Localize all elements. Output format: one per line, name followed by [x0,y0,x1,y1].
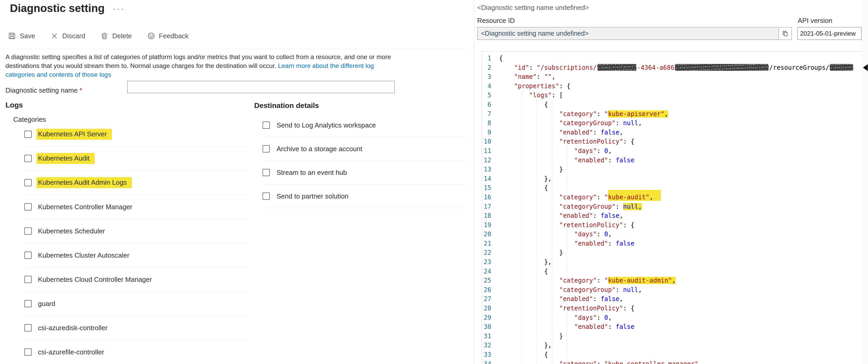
category-row: Kubernetes Controller Manager [25,195,248,219]
line-number: 32 [482,341,499,350]
category-row: Kubernetes Scheduler [25,219,248,243]
line-number: 23 [482,257,499,267]
category-label: Kubernetes Cluster Autoscaler [38,251,129,260]
category-checkbox[interactable] [25,179,32,186]
save-button[interactable]: Save [8,32,35,40]
category-checkbox[interactable] [25,276,32,283]
category-label: guard [38,300,55,308]
code-line: 4 "properties": { [482,82,862,91]
category-label: Kubernetes Cloud Controller Manager [38,276,152,283]
setting-name-input[interactable] [127,81,395,93]
delete-button[interactable]: Delete [100,32,132,40]
redaction-scribble [830,64,853,71]
category-checkbox[interactable] [25,131,32,138]
category-checkbox[interactable] [25,252,32,259]
destination-checkbox[interactable] [262,145,270,152]
line-number: 1 [482,54,499,63]
code-line: 28 "retentionPolicy": { [482,304,862,313]
line-number: 28 [482,304,499,313]
api-version-label: API version [798,17,832,25]
category-row: Kubernetes Cloud Controller Manager [25,268,248,292]
code-line: 14 }, [482,174,862,184]
collapse-panel-arrow[interactable] [863,64,868,71]
line-number: 29 [482,313,499,323]
scrollbar[interactable] [862,0,868,364]
json-panel-title: <Diagnostic setting name undefined> [477,4,589,12]
category-checkbox[interactable] [25,324,32,332]
code-line: 27 "enabled": false, [482,295,862,304]
line-number: 12 [482,156,499,165]
code-line: 5 "logs": [ [482,91,862,100]
category-checkbox[interactable] [25,300,32,307]
code-text: "enabled": false, [499,211,623,221]
api-version-select[interactable]: 2021-05-01-preview [797,27,862,40]
code-line: 20 "days": 0, [482,230,862,239]
more-menu-button[interactable]: ··· [113,4,125,14]
category-label: Kubernetes API Server [36,129,112,140]
code-line: 2 "id": "/subscriptions/-4364-a686/resou… [482,63,862,72]
line-number: 10 [482,137,499,147]
copy-icon [782,30,788,37]
line-number: 4 [482,82,499,91]
resource-id-input[interactable]: <Diagnostic setting name undefined> [477,27,792,40]
category-checkbox[interactable] [25,228,32,235]
destination-row: Archive to a storage account [262,137,468,161]
destination-checkbox[interactable] [262,122,270,129]
json-code-editor[interactable]: 1{2 "id": "/subscriptions/-4364-a686/res… [482,52,862,364]
code-line: 17 "categoryGroup": null, [482,202,862,212]
destination-checkbox[interactable] [262,192,270,200]
code-line: 15 { [482,183,862,193]
category-label: csi-azurefile-controller [38,348,104,356]
code-text: "category": "kube-controller-manager", [499,360,702,364]
redaction-scribble [675,64,769,71]
destination-label: Stream to an event hub [277,169,347,177]
destination-row: Stream to an event hub [262,161,468,184]
line-number: 11 [482,147,499,156]
category-checkbox[interactable] [25,203,32,211]
discard-button[interactable]: Discard [50,32,85,40]
save-label: Save [20,32,35,40]
required-marker: * [80,86,82,94]
category-checkbox[interactable] [25,348,32,356]
code-line: 18 "enabled": false, [482,211,862,221]
code-line: 34 "category": "kube-controller-manager"… [482,360,862,364]
code-text: "enabled": false, [499,128,623,138]
line-number: 8 [482,119,499,128]
save-icon [8,32,16,40]
code-line: 21 "enabled": false [482,239,862,248]
category-row: Kubernetes Cluster Autoscaler [25,243,248,268]
delete-icon [100,32,108,40]
line-number: 30 [482,322,499,332]
code-text: "days": 0, [499,147,612,156]
code-text: "category": "kube-audit", [499,193,653,202]
code-text: "retentionPolicy": { [499,137,634,147]
code-line: 3 "name": "", [482,72,862,82]
code-lines: 1{2 "id": "/subscriptions/-4364-a686/res… [482,54,862,364]
category-checkbox[interactable] [25,155,32,162]
code-line: 30 "enabled": false [482,322,862,332]
page-title: Diagnostic setting [10,2,104,14]
line-number: 14 [482,174,499,184]
discard-icon [50,32,59,40]
resource-id-label: Resource ID [477,17,515,25]
discard-label: Discard [62,32,85,40]
setting-name-label: Diagnostic setting name * [5,86,82,94]
line-number: 16 [482,193,499,202]
destination-checkbox[interactable] [262,169,270,176]
code-text: { [499,350,548,360]
category-row: Kubernetes Audit Admin Logs [25,171,248,195]
destination-row: Send to partner solution [262,184,468,208]
code-text: "enabled": false [499,156,634,165]
code-text: "categoryGroup": null, [499,202,642,212]
feedback-button[interactable]: Feedback [147,32,189,40]
code-text: } [499,332,563,341]
line-number: 6 [482,100,499,110]
copy-button[interactable] [778,27,792,39]
code-text: "enabled": false, [499,295,623,304]
code-text: { [499,100,548,110]
line-number: 24 [482,267,499,276]
category-label: Kubernetes Audit Admin Logs [36,177,132,188]
code-line: 16 "category": "kube-audit", [482,193,862,202]
category-label: csi-azuredisk-controller [38,324,107,332]
code-text: { [499,183,548,193]
